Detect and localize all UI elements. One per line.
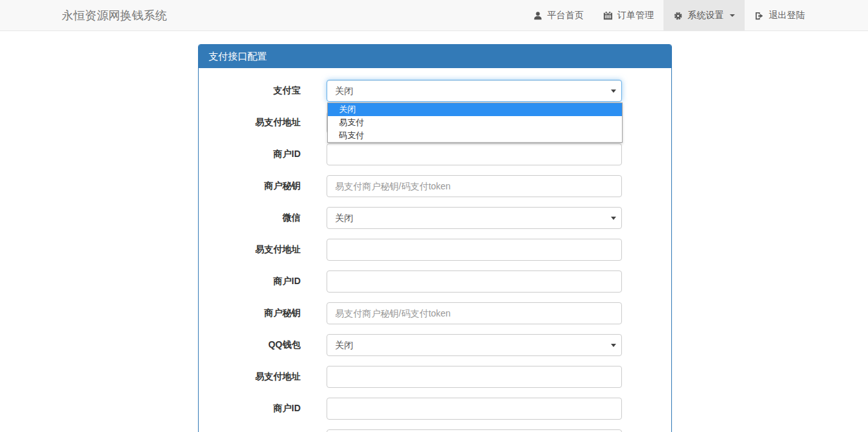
alipay-label: 支付宝 xyxy=(208,85,301,97)
nav-item-system-settings[interactable]: 系统设置 xyxy=(663,0,745,31)
form-row: 商户ID xyxy=(208,398,662,420)
select-value: 关闭 xyxy=(335,340,353,350)
qq-wallet-select[interactable]: 关闭 xyxy=(327,334,622,356)
form-row: 商户秘钥 xyxy=(208,302,662,324)
wechat-epay-url-label: 易支付地址 xyxy=(208,244,301,256)
nav-item-label: 平台首页 xyxy=(547,10,584,21)
alipay-merchant-key-input[interactable] xyxy=(327,175,622,197)
dropdown-option-epay[interactable]: 易支付 xyxy=(328,116,622,129)
form-row: 商户秘钥 xyxy=(208,175,662,197)
form-row: 易支付地址 xyxy=(208,366,662,388)
form-row: 支付宝 关闭 关闭 易支付 码支付 xyxy=(208,80,662,102)
nav-item-label: 订单管理 xyxy=(617,10,654,21)
wechat-merchant-key-label: 商户秘钥 xyxy=(208,307,301,319)
user-icon xyxy=(533,11,543,21)
nav-item-platform-home[interactable]: 平台首页 xyxy=(523,0,593,31)
alipay-select-dropdown: 关闭 易支付 码支付 xyxy=(327,102,623,143)
alipay-merchant-id-input[interactable] xyxy=(327,143,622,165)
wechat-merchant-id-label: 商户ID xyxy=(208,276,301,287)
form-row: QQ钱包 关闭 xyxy=(208,334,662,356)
calendar-icon xyxy=(603,11,613,21)
wechat-epay-url-input[interactable] xyxy=(327,239,622,261)
dropdown-option-close[interactable]: 关闭 xyxy=(328,103,622,116)
form-row: 商户秘钥 xyxy=(208,429,662,432)
select-value: 关闭 xyxy=(335,86,353,96)
qq-wallet-label: QQ钱包 xyxy=(208,339,301,351)
qq-merchant-id-input[interactable] xyxy=(327,398,622,420)
form-row: 易支付地址 xyxy=(208,239,662,261)
wechat-select[interactable]: 关闭 xyxy=(327,207,622,229)
gear-icon xyxy=(673,11,683,21)
signout-icon xyxy=(754,11,764,21)
select-arrow-icon xyxy=(611,217,616,220)
wechat-merchant-id-input[interactable] xyxy=(327,270,622,293)
payment-config-form: 支付宝 关闭 关闭 易支付 码支付 易支付地址 商户ID xyxy=(199,68,671,432)
qq-epay-url-label: 易支付地址 xyxy=(208,371,301,383)
qq-merchant-id-label: 商户ID xyxy=(208,403,301,414)
dropdown-option-mapay[interactable]: 码支付 xyxy=(328,129,622,142)
nav-item-label: 退出登陆 xyxy=(769,10,805,21)
select-value: 关闭 xyxy=(335,213,353,223)
panel-title: 支付接口配置 xyxy=(199,45,671,68)
alipay-select[interactable]: 关闭 xyxy=(327,80,622,102)
nav-item-logout[interactable]: 退出登陆 xyxy=(745,0,815,31)
select-arrow-icon xyxy=(611,344,616,347)
form-row: 商户ID xyxy=(208,143,662,165)
chevron-down-icon xyxy=(730,14,735,17)
select-arrow-icon xyxy=(611,90,616,93)
qq-epay-url-input[interactable] xyxy=(327,366,622,388)
app-title[interactable]: 永恒资源网换钱系统 xyxy=(62,0,167,31)
wechat-merchant-key-input[interactable] xyxy=(327,302,622,324)
navbar-menu: 平台首页 订单管理 系统设置 退出登陆 xyxy=(523,0,815,31)
alipay-epay-url-label: 易支付地址 xyxy=(208,117,301,128)
form-row: 商户ID xyxy=(208,270,662,293)
wechat-label: 微信 xyxy=(208,212,301,224)
navbar: 永恒资源网换钱系统 平台首页 订单管理 系统设置 xyxy=(0,0,868,31)
qq-merchant-key-input[interactable] xyxy=(327,429,622,432)
form-row: 微信 关闭 xyxy=(208,207,662,229)
alipay-merchant-key-label: 商户秘钥 xyxy=(208,180,301,192)
payment-config-panel: 支付接口配置 支付宝 关闭 关闭 易支付 码支付 易支付地址 xyxy=(198,44,672,432)
nav-item-label: 系统设置 xyxy=(688,10,724,21)
nav-item-order-management[interactable]: 订单管理 xyxy=(593,0,663,31)
alipay-merchant-id-label: 商户ID xyxy=(208,149,301,160)
